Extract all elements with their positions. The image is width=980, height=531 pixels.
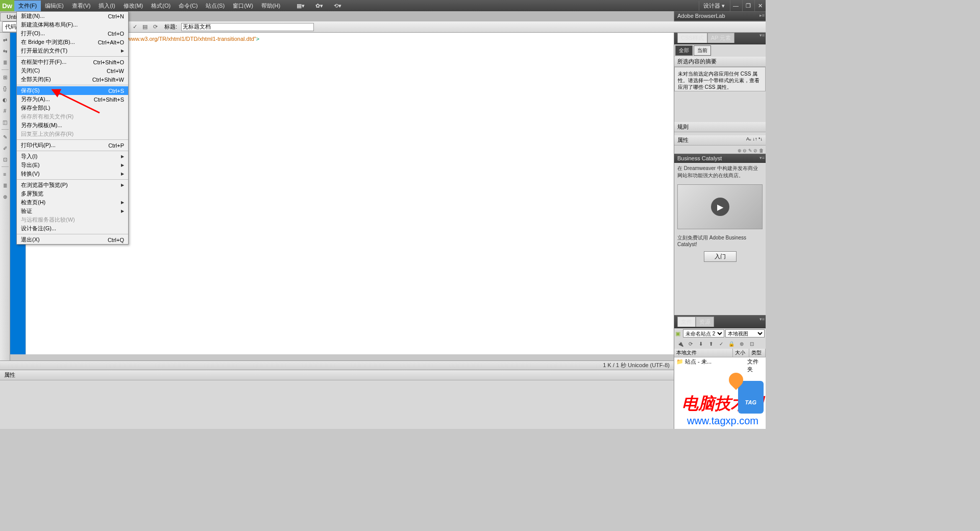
menu-item[interactable]: 关闭(C)Ctrl+W	[17, 66, 128, 75]
status-bar: 1 K / 1 秒 Unicode (UTF-8)	[0, 360, 674, 370]
get-icon[interactable]: ⬇	[697, 340, 705, 348]
checkin-icon[interactable]: 🔒	[727, 340, 736, 348]
bc-try-text: 立刻免费试用 Adobe Business Catalyst!	[674, 232, 766, 249]
left-vertical-toolbar: ▣ ⇄ ⇆ ≣ ⊞ {} ◐ # ◫ ✎ ✐ ⊡ ≡ ≣ ⊕	[0, 21, 10, 364]
connect-icon[interactable]: 🔌	[676, 340, 684, 348]
vt-tool-9[interactable]: ◫	[1, 118, 9, 126]
menu-1[interactable]: 编辑(E)	[41, 1, 68, 11]
file-list-header: 本地文件 大小 类型	[674, 349, 766, 357]
vt-tool-7[interactable]: ◐	[1, 95, 9, 104]
menu-8[interactable]: 窗口(W)	[229, 1, 257, 11]
sync-icon[interactable]: ⟲▾	[331, 2, 344, 10]
bc-video-thumb[interactable]: ▶	[677, 184, 763, 229]
vt-tool-8[interactable]: #	[1, 107, 9, 115]
site-select[interactable]: 未命名站点 2	[683, 329, 724, 337]
dreamweaver-logo-icon: Dw	[0, 0, 14, 11]
vt-tool-4[interactable]: ≣	[1, 58, 9, 66]
menu-item[interactable]: 打印代码(P)...Ctrl+P	[17, 141, 128, 150]
vt-tool-10[interactable]: ✎	[1, 133, 9, 141]
folder-icon: 📁	[676, 358, 683, 365]
menu-9[interactable]: 帮助(H)	[257, 1, 284, 11]
minimize-button[interactable]: —	[730, 0, 741, 11]
extension-icon[interactable]: ✿▾	[313, 2, 325, 10]
tb-icon-check[interactable]: ✓	[131, 23, 139, 31]
menu-item[interactable]: 全部关闭(E)Ctrl+Shift+W	[17, 75, 128, 84]
menu-items: 文件(F)编辑(E)查看(V)插入(I)修改(M)格式(O)命令(C)站点(S)…	[14, 1, 284, 11]
menu-item[interactable]: 保存(S)Ctrl+S	[17, 86, 128, 95]
vt-tool-3[interactable]: ⇆	[1, 47, 9, 55]
css-summary-text: 未对当前选定内容应用任何 CSS 属性。请选择一个带样式的元素，查看应用了哪些 …	[674, 67, 766, 91]
close-button[interactable]: ✕	[754, 0, 766, 11]
vt-tool-11[interactable]: ✐	[1, 144, 9, 152]
menu-item[interactable]: 设计备注(G)...	[17, 224, 128, 233]
menu-7[interactable]: 站点(S)	[202, 1, 229, 11]
files-header[interactable]: 文件 资源 ▾≡	[674, 315, 766, 328]
vt-tool-2[interactable]: ⇄	[1, 36, 9, 44]
ap-elements-tab[interactable]: AP 元素	[707, 33, 735, 43]
vt-tool-13[interactable]: ≡	[1, 170, 9, 178]
menu-item[interactable]: 新建(N)...Ctrl+N	[17, 12, 128, 20]
vt-tool-14[interactable]: ≣	[1, 181, 9, 189]
title-label: 标题:	[164, 23, 177, 31]
layout-icon[interactable]: ▦▾	[295, 2, 307, 10]
vt-tool-6[interactable]: {}	[1, 84, 9, 92]
menu-0[interactable]: 文件(F)	[14, 1, 41, 11]
designer-dropdown[interactable]: 设计器 ▾	[699, 1, 729, 11]
menu-item[interactable]: 导出(E)	[17, 161, 128, 170]
resources-tab[interactable]: 资源	[696, 317, 714, 327]
watermark-tag: TAG	[738, 381, 764, 414]
css-panel-header[interactable]: CSS样式 AP 元素 ▾≡	[674, 31, 766, 44]
view-select[interactable]: 本地视图	[725, 329, 765, 337]
menu-item: 回复至上次的保存(R)	[17, 130, 128, 138]
browserlab-header[interactable]: Adobe BrowserLab▸≡	[674, 11, 766, 20]
props-header[interactable]: 属性 Aᵤ ↓↑ *↓	[674, 135, 766, 146]
css-current-button[interactable]: 当前	[694, 45, 711, 56]
bc-desc: 在 Dreamweaver 中构建并发布商业网站和功能强大的在线商店。	[674, 163, 766, 181]
menu-item[interactable]: 导入(I)	[17, 152, 128, 161]
file-row[interactable]: 📁站点 - 未... 文件夹	[674, 357, 766, 374]
css-summary-header: 所选内容的摘要	[674, 57, 766, 67]
menu-item[interactable]: 检查页(H)	[17, 198, 128, 207]
files-tab[interactable]: 文件	[677, 317, 696, 327]
menu-item: 保存所有相关文件(R)	[17, 112, 128, 121]
menu-item[interactable]: 保存全部(L)	[17, 104, 128, 112]
menu-item[interactable]: 在 Bridge 中浏览(B)...Ctrl+Alt+O	[17, 38, 128, 46]
menu-item[interactable]: 另存为(A)...Ctrl+Shift+S	[17, 95, 128, 104]
put-icon[interactable]: ⬆	[707, 340, 715, 348]
menu-item[interactable]: 另存为模板(M)...	[17, 121, 128, 130]
css-styles-tab[interactable]: CSS样式	[677, 33, 707, 43]
menu-item[interactable]: 转换(V)	[17, 170, 128, 178]
title-input[interactable]	[181, 23, 314, 31]
play-icon: ▶	[711, 198, 729, 216]
vt-tool-15[interactable]: ⊕	[1, 192, 9, 201]
tb-icon-browse[interactable]: ▤	[141, 23, 149, 31]
menu-item[interactable]: 新建流体网格布局(F)...	[17, 20, 128, 29]
right-panel-dock: Adobe BrowserLab▸≡ 插入▸≡ CSS样式 AP 元素 ▾≡ 全…	[674, 11, 766, 429]
vt-tool-5[interactable]: ⊞	[1, 73, 9, 81]
menubar: Dw 文件(F)编辑(E)查看(V)插入(I)修改(M)格式(O)命令(C)站点…	[0, 0, 766, 11]
bc-start-button[interactable]: 入门	[704, 251, 737, 262]
vt-tool-12[interactable]: ⊡	[1, 155, 9, 163]
refresh-icon[interactable]: ⟳	[687, 340, 695, 348]
checkout-icon[interactable]: ✓	[717, 340, 725, 348]
menu-6[interactable]: 命令(C)	[175, 1, 202, 11]
menu-item[interactable]: 打开(O)...Ctrl+O	[17, 29, 128, 38]
bc-header[interactable]: Business Catalyst▾≡	[674, 154, 766, 163]
menu-2[interactable]: 查看(V)	[68, 1, 95, 11]
css-all-button[interactable]: 全部	[675, 45, 693, 56]
menu-item[interactable]: 验证	[17, 207, 128, 215]
menu-3[interactable]: 插入(I)	[94, 1, 119, 11]
tb-icon-refresh[interactable]: ⟳	[151, 23, 159, 31]
menu-5[interactable]: 格式(O)	[147, 1, 175, 11]
menu-item[interactable]: 在浏览器中预览(P)	[17, 181, 128, 189]
menu-4[interactable]: 修改(M)	[119, 1, 148, 11]
expand-icon[interactable]: ⊡	[748, 340, 756, 348]
properties-title[interactable]: 属性	[0, 370, 674, 380]
maximize-button[interactable]: ❐	[742, 0, 753, 11]
menu-item[interactable]: 多屏预览	[17, 189, 128, 198]
menu-item[interactable]: 退出(X)Ctrl+Q	[17, 235, 128, 244]
sync-files-icon[interactable]: ⊕	[738, 340, 746, 348]
menu-item[interactable]: 打开最近的文件(T)	[17, 46, 128, 55]
rules-header[interactable]: 规则	[674, 122, 766, 132]
menu-item[interactable]: 在框架中打开(F)...Ctrl+Shift+O	[17, 58, 128, 66]
